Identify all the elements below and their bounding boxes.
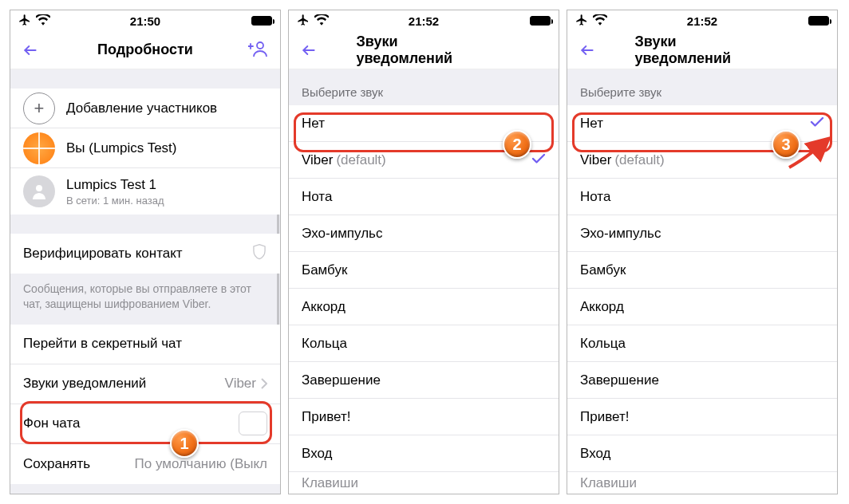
sound-option-label: Клавиши bbox=[302, 475, 358, 491]
default-suffix: (default) bbox=[614, 152, 664, 168]
status-bar: 21:50 bbox=[10, 10, 280, 31]
wifi-icon bbox=[314, 14, 329, 28]
you-label: Вы (Lumpics Test) bbox=[66, 140, 177, 156]
page-title: Подробности bbox=[97, 41, 193, 58]
avatar-member bbox=[23, 175, 55, 207]
add-person-icon[interactable] bbox=[248, 40, 269, 61]
sound-option-label: Вход bbox=[580, 446, 610, 462]
callout-badge-2: 2 bbox=[503, 130, 531, 159]
avatar-you bbox=[23, 132, 55, 164]
page-title: Звуки уведомлений bbox=[635, 33, 770, 67]
notification-sounds-label: Звуки уведомлений bbox=[23, 376, 146, 392]
member-row[interactable]: Lumpics Test 1 В сети: 1 мин. назад bbox=[10, 168, 280, 215]
sound-option[interactable]: Вход bbox=[289, 435, 559, 472]
sound-option[interactable]: Аккорд bbox=[289, 289, 559, 325]
notification-sounds-row[interactable]: Звуки уведомлений Viber bbox=[10, 364, 280, 404]
sound-option[interactable]: Нота bbox=[289, 179, 559, 215]
member-name: Lumpics Test 1 bbox=[66, 177, 164, 193]
sound-option-label: Viber bbox=[580, 152, 611, 168]
airplane-icon bbox=[18, 14, 31, 29]
sound-option-label: Бамбук bbox=[302, 262, 347, 278]
phone-screen-1: 21:50 Подробности + Добавление участнико… bbox=[10, 10, 281, 494]
sound-option[interactable]: Бамбук bbox=[289, 252, 559, 289]
content-area: + Добавление участников Вы (Lumpics Test… bbox=[10, 69, 280, 494]
chat-background-row[interactable]: Фон чата bbox=[10, 404, 280, 444]
sound-option[interactable]: Привет! bbox=[567, 399, 837, 435]
back-arrow-icon[interactable] bbox=[579, 42, 596, 58]
secret-chat-label: Перейти в секретный чат bbox=[23, 336, 182, 352]
airplane-icon bbox=[575, 14, 588, 29]
sound-option-label: Бамбук bbox=[580, 262, 626, 278]
sound-list-3: НетViber (default)НотаЭхо-импульсБамбукА… bbox=[567, 105, 837, 494]
sound-option[interactable]: Клавиши bbox=[567, 472, 837, 494]
sound-option-label: Привет! bbox=[580, 409, 629, 425]
member-status: В сети: 1 мин. назад bbox=[66, 195, 164, 207]
shield-icon bbox=[251, 243, 267, 265]
save-value: По умолчанию (Выкл bbox=[135, 456, 267, 472]
sound-option[interactable]: Аккорд bbox=[567, 289, 837, 325]
section-header: Выберите звук bbox=[567, 69, 837, 105]
default-suffix: (default) bbox=[336, 152, 385, 168]
save-row[interactable]: Сохранять По умолчанию (Выкл bbox=[10, 444, 280, 484]
add-participants-label: Добавление участников bbox=[66, 100, 217, 116]
verify-contact-label: Верифицировать контакт bbox=[23, 246, 183, 262]
sound-option[interactable]: Эхо-импульс bbox=[567, 215, 837, 252]
sound-option[interactable]: Завершение bbox=[289, 362, 559, 399]
encryption-note: Сообщения, которые вы отправляете в этот… bbox=[10, 274, 280, 325]
sound-option-label: Завершение bbox=[580, 372, 659, 388]
back-arrow-icon[interactable] bbox=[300, 42, 318, 58]
wifi-icon bbox=[593, 14, 607, 28]
plus-icon: + bbox=[23, 93, 55, 124]
add-participants-row[interactable]: + Добавление участников bbox=[10, 89, 280, 128]
nav-bar: Звуки уведомлений bbox=[289, 31, 559, 69]
sound-option-label: Завершение bbox=[302, 372, 381, 388]
sound-option[interactable]: Клавиши bbox=[289, 472, 559, 494]
sound-option[interactable]: Кольца bbox=[289, 325, 559, 362]
sound-option[interactable]: Завершение bbox=[567, 362, 837, 399]
back-arrow-icon[interactable] bbox=[22, 42, 39, 58]
check-icon bbox=[531, 152, 546, 168]
status-time: 21:50 bbox=[130, 14, 160, 28]
sound-option[interactable]: Нота bbox=[567, 179, 837, 215]
section-header: Выберите звук bbox=[289, 69, 559, 105]
secret-chat-row[interactable]: Перейти в секретный чат bbox=[10, 325, 280, 364]
status-time: 21:52 bbox=[687, 14, 717, 28]
sound-option[interactable]: Привет! bbox=[289, 399, 559, 435]
chat-background-label: Фон чата bbox=[23, 415, 80, 431]
chevron-right-icon bbox=[261, 378, 267, 389]
sound-option[interactable]: Бамбук bbox=[567, 252, 837, 289]
sound-option-label: Клавиши bbox=[580, 475, 637, 491]
nav-bar: Подробности bbox=[10, 31, 280, 69]
sound-option[interactable]: Эхо-импульс bbox=[289, 215, 559, 252]
page-title: Звуки уведомлений bbox=[357, 33, 492, 67]
nav-bar: Звуки уведомлений bbox=[567, 31, 837, 69]
sound-option-label: Нота bbox=[302, 189, 332, 205]
notification-sounds-value: Viber bbox=[225, 376, 256, 392]
sound-option-label: Нет bbox=[580, 116, 603, 132]
sound-option-label: Нота bbox=[580, 189, 610, 205]
battery-icon bbox=[251, 16, 272, 26]
battery-icon bbox=[808, 16, 829, 26]
status-time: 21:52 bbox=[409, 14, 439, 28]
sound-option[interactable]: Вход bbox=[567, 435, 837, 472]
wifi-icon bbox=[36, 14, 50, 28]
sound-option-label: Нет bbox=[302, 116, 325, 132]
sound-option[interactable]: Кольца bbox=[567, 325, 837, 362]
sound-option-label: Вход bbox=[302, 446, 332, 462]
callout-badge-3: 3 bbox=[772, 130, 800, 159]
sound-list-2: НетViber (default)НотаЭхо-импульсБамбукА… bbox=[289, 105, 559, 494]
sound-option-label: Эхо-импульс bbox=[580, 226, 661, 242]
sound-option-label: Кольца bbox=[580, 336, 626, 352]
phone-screen-3: 21:52 Звуки уведомлений Выберите звук Не… bbox=[567, 10, 838, 494]
you-row[interactable]: Вы (Lumpics Test) bbox=[10, 128, 280, 168]
sound-option-label: Привет! bbox=[302, 409, 350, 425]
check-icon bbox=[810, 116, 824, 132]
sound-option-label: Кольца bbox=[302, 336, 347, 352]
sound-option-label: Аккорд bbox=[302, 299, 346, 315]
verify-contact-row[interactable]: Верифицировать контакт bbox=[10, 234, 280, 274]
svg-point-1 bbox=[36, 185, 42, 191]
sound-option-label: Viber bbox=[302, 152, 333, 168]
phone-screen-2: 21:52 Звуки уведомлений Выберите звук Не… bbox=[288, 10, 559, 494]
chat-bg-swatch bbox=[239, 411, 267, 435]
battery-icon bbox=[530, 16, 551, 26]
